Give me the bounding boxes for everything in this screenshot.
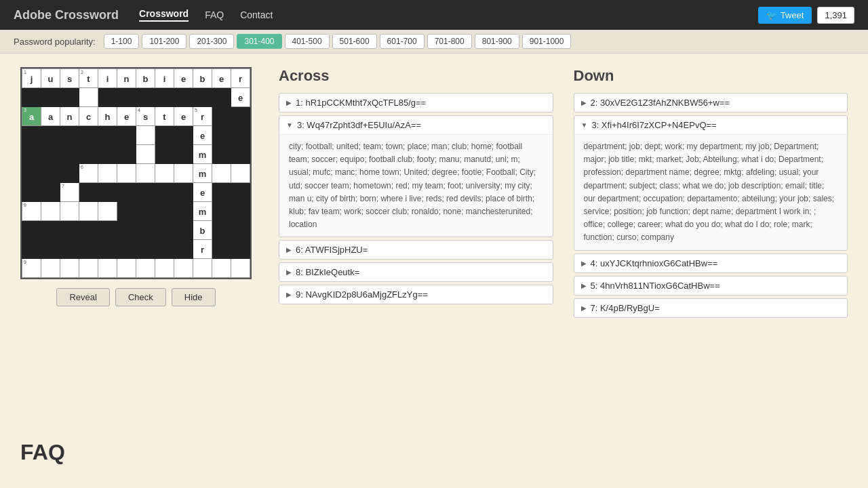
pop-tab-6[interactable]: 501-600 [332, 34, 377, 49]
cell-r1c4[interactable]: 2t [79, 69, 98, 88]
clue-down-4-label: 4: uxYJCKtqrhnioxG6CatHBw== [591, 258, 718, 268]
cell-r8c2[interactable] [41, 202, 60, 221]
cell-r8c3[interactable] [60, 202, 79, 221]
cell-r6c4[interactable]: 6 [79, 164, 98, 183]
reveal-button[interactable]: Reveal [56, 288, 109, 306]
clue-down-4-header[interactable]: ▶ 4: uxYJCKtqrhnioxG6CatHBw== [574, 254, 848, 272]
cell-r6c7[interactable] [136, 164, 155, 183]
cell-r3c5[interactable]: h [98, 107, 117, 126]
cell-r1c8[interactable]: i [155, 69, 174, 88]
cell-r3c6[interactable]: e [117, 107, 136, 126]
cell-r9c10[interactable] [193, 259, 212, 278]
cell-r8bc10[interactable]: b [193, 221, 212, 240]
cell-r9c5[interactable] [98, 259, 117, 278]
cell-r8c10[interactable]: m [193, 202, 212, 221]
cell-r8c5[interactable] [98, 202, 117, 221]
cell-r8cc2 [41, 240, 60, 259]
pop-tab-7[interactable]: 601-700 [380, 34, 425, 49]
cell-r6c10[interactable]: m [193, 164, 212, 183]
clue-across-9-header[interactable]: ▶ 9: NAvgKID2p8U6aMjgZFLzYg== [279, 285, 553, 304]
check-button[interactable]: Check [115, 288, 166, 306]
cell-r3c7[interactable]: 4s [136, 107, 155, 126]
cell-r9c2[interactable] [41, 259, 60, 278]
cell-r7c5 [98, 183, 117, 202]
pop-tab-3[interactable]: 201-300 [189, 34, 234, 49]
cell-r9c3[interactable] [60, 259, 79, 278]
cell-r6c9[interactable] [174, 164, 193, 183]
cell-r5c9 [174, 145, 193, 164]
cell-r8c1[interactable]: 8 [22, 202, 41, 221]
clue-down-3-header[interactable]: ▼ 3: Xfi+h4Ir6I7zXCP+N4EPvQ== [574, 116, 848, 134]
cell-r4c10[interactable]: e [193, 126, 212, 145]
cell-r8c12 [231, 202, 250, 221]
cell-r3c3[interactable]: n [60, 107, 79, 126]
cell-r3c4[interactable]: c [79, 107, 98, 126]
pop-tab-8[interactable]: 701-800 [427, 34, 472, 49]
cell-r8cc1 [22, 240, 41, 259]
cell-r6c11[interactable] [212, 164, 231, 183]
cell-r1c10[interactable]: b [193, 69, 212, 88]
cell-r9c9[interactable] [174, 259, 193, 278]
cell-r9c1[interactable]: 9 [22, 259, 41, 278]
cell-r3c10[interactable]: 5r [193, 107, 212, 126]
cell-r3c2[interactable]: a [41, 107, 60, 126]
grid-table: 1j u s 2t i n b i e b e r [22, 68, 250, 278]
cell-r1c2[interactable]: u [41, 69, 60, 88]
clue-across-1-header[interactable]: ▶ 1: hR1pCCKMtht7xQcTFL85/g== [279, 94, 553, 112]
cell-r8c4[interactable] [79, 202, 98, 221]
cell-r9c11[interactable] [212, 259, 231, 278]
cell-r7c3[interactable]: 7 [60, 183, 79, 202]
hide-button[interactable]: Hide [172, 288, 216, 306]
cell-r6c5[interactable] [98, 164, 117, 183]
pop-tab-10[interactable]: 901-1000 [522, 34, 572, 49]
nav-contact[interactable]: Contact [240, 9, 273, 20]
cell-r1c5[interactable]: i [98, 69, 117, 88]
cell-r1c6[interactable]: n [117, 69, 136, 88]
cell-r2c1 [22, 88, 41, 107]
clue-arrow-d2: ▶ [581, 99, 587, 106]
pop-tab-4[interactable]: 301-400 [237, 34, 281, 49]
clue-down-7-header[interactable]: ▶ 7: K/4pB/RyBgU= [574, 299, 848, 317]
cell-r9c4[interactable] [79, 259, 98, 278]
cell-r9c8[interactable] [155, 259, 174, 278]
clues-container: Across ▶ 1: hR1pCCKMtht7xQcTFL85/g== ▼ 3… [279, 67, 848, 406]
cell-r6c8[interactable] [155, 164, 174, 183]
pop-tab-2[interactable]: 101-200 [142, 34, 186, 49]
clue-down-2-header[interactable]: ▶ 2: 30xVE2G1Z3fAhZNKBW56+w== [574, 94, 848, 112]
tweet-button[interactable]: 🐦 Tweet [758, 7, 812, 24]
cell-r5c10[interactable]: m [193, 145, 212, 164]
clue-across-8-header[interactable]: ▶ 8: BIZkIeQeutk= [279, 263, 553, 281]
cell-r9c12[interactable] [231, 259, 250, 278]
cell-r9c6[interactable] [117, 259, 136, 278]
down-col: Down ▶ 2: 30xVE2G1Z3fAhZNKBW56+w== ▼ 3: … [574, 67, 848, 406]
cell-r2c12[interactable]: e [231, 88, 250, 107]
cell-r7c10[interactable]: e [193, 183, 212, 202]
cell-r9c7[interactable] [136, 259, 155, 278]
cell-r1c11[interactable]: e [212, 69, 231, 88]
cell-r1c3[interactable]: s [60, 69, 79, 88]
cell-r1c1[interactable]: 1j [22, 69, 41, 88]
cell-r6c6[interactable] [117, 164, 136, 183]
cell-r4c7[interactable] [136, 126, 155, 145]
pop-tab-5[interactable]: 401-500 [285, 34, 330, 49]
cell-r1c9[interactable]: e [174, 69, 193, 88]
clue-across-3-header[interactable]: ▼ 3: Wq47rZpht3df+E5UIu/AzA== [279, 116, 553, 134]
cell-r5c7[interactable] [136, 145, 155, 164]
pop-tab-9[interactable]: 801-900 [475, 34, 519, 49]
cell-r6c12[interactable] [231, 164, 250, 183]
cell-r2c4[interactable] [79, 88, 98, 107]
nav-crossword[interactable]: Crossword [139, 8, 189, 22]
pop-tab-1[interactable]: 1-100 [104, 34, 140, 49]
cell-r3c1[interactable]: 3a [22, 107, 41, 126]
cell-r8c8 [155, 202, 174, 221]
nav-faq[interactable]: FAQ [205, 9, 224, 20]
cell-r1c12[interactable]: r [231, 69, 250, 88]
clue-across-6-label: 6: ATWFISjpHZU= [296, 245, 368, 255]
clue-down-3-body: department; job; dept; work; my departme… [574, 134, 848, 250]
cell-r3c9[interactable]: e [174, 107, 193, 126]
cell-r3c8[interactable]: t [155, 107, 174, 126]
clue-across-6-header[interactable]: ▶ 6: ATWFISjpHZU= [279, 241, 553, 259]
cell-r8cc10[interactable]: r [193, 240, 212, 259]
clue-down-5-header[interactable]: ▶ 5: 4hnVrh811NTioxG6CatHBw== [574, 277, 848, 295]
cell-r1c7[interactable]: b [136, 69, 155, 88]
